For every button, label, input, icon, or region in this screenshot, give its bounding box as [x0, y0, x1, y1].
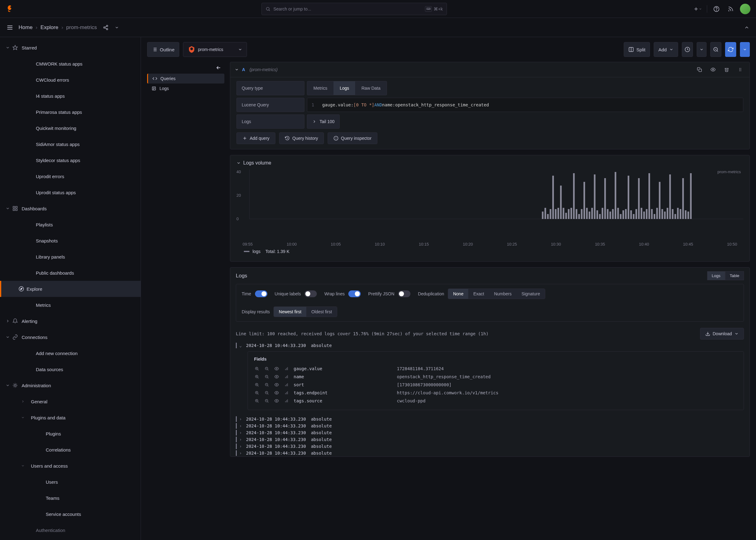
menu-button[interactable]	[4, 22, 16, 33]
split-button[interactable]: Split	[624, 42, 650, 57]
sidebar-administration[interactable]: Administration	[0, 377, 141, 393]
outline-button[interactable]: Outline	[147, 42, 179, 57]
sidebar-item[interactable]: Uprodit errors	[0, 168, 141, 184]
lucene-editor[interactable]: 1 gauge.value:[0 TO *] AND name:openstac…	[307, 98, 743, 112]
timepicker-button[interactable]	[682, 42, 693, 57]
sidebar-item[interactable]: Data sources	[0, 361, 141, 377]
datasource-select[interactable]: prom-metrics	[183, 42, 247, 57]
stats-icon[interactable]	[284, 398, 289, 404]
breadcrumb-explore[interactable]: Explore	[41, 24, 58, 31]
zoom-in-icon[interactable]	[254, 366, 260, 371]
tab-logs[interactable]: Logs	[707, 271, 725, 280]
zoom-in-icon[interactable]	[254, 390, 260, 396]
prettify-toggle[interactable]	[398, 290, 410, 297]
refresh-dropdown[interactable]	[740, 42, 750, 57]
sidebar-alerting[interactable]: Alerting	[0, 313, 141, 329]
sidebar-item[interactable]: Correlations	[0, 442, 141, 458]
chevron-down-icon[interactable]	[112, 23, 122, 33]
stats-icon[interactable]	[284, 390, 289, 396]
add-icon[interactable]	[693, 4, 702, 14]
zoom-in-icon[interactable]	[254, 398, 260, 404]
query-type-segment[interactable]: Metrics Logs Raw Data	[307, 81, 387, 95]
grafana-logo[interactable]	[6, 5, 14, 13]
download-button[interactable]: Download	[700, 328, 744, 339]
log-row[interactable]: ›2024-10-28 10:44:33.230absolute	[230, 436, 749, 443]
chevron-down-icon[interactable]	[235, 68, 239, 72]
add-button[interactable]: Add	[654, 42, 678, 57]
back-icon[interactable]	[147, 62, 224, 73]
zoom-out-button[interactable]	[710, 42, 721, 57]
collapse-icon[interactable]	[742, 23, 752, 33]
help-icon[interactable]	[711, 4, 721, 14]
sidebar-item[interactable]: Plugins	[0, 426, 141, 442]
sidebar-item[interactable]: Primarosa status apps	[0, 104, 141, 120]
breadcrumb-home[interactable]: Home	[19, 24, 33, 31]
log-row[interactable]: ⌄2024-10-28 10:44:33.230absolute	[230, 342, 749, 349]
zoom-in-icon[interactable]	[254, 382, 260, 387]
query-inspector-button[interactable]: Query inspector	[328, 132, 378, 144]
tail-button[interactable]: Tail 100	[307, 114, 340, 129]
wrap-toggle[interactable]	[348, 290, 361, 297]
eye-icon[interactable]	[274, 390, 279, 396]
logs-volume-header[interactable]: Logs volume	[237, 160, 743, 166]
eye-icon[interactable]	[274, 366, 279, 371]
zoom-out-icon[interactable]	[264, 366, 270, 371]
sidebar-dashboards[interactable]: Dashboards	[0, 201, 141, 216]
stats-icon[interactable]	[284, 382, 289, 387]
sidebar-item[interactable]: SidiAmor status apps	[0, 136, 141, 152]
stats-icon[interactable]	[284, 374, 289, 379]
zoom-in-icon[interactable]	[254, 374, 260, 379]
tab-table[interactable]: Table	[725, 271, 744, 280]
share-icon[interactable]	[101, 23, 111, 33]
eye-icon[interactable]	[274, 374, 279, 379]
sidebar-connections[interactable]: Connections	[0, 329, 141, 345]
trash-icon[interactable]	[722, 65, 732, 74]
add-query-button[interactable]: Add query	[237, 132, 275, 144]
sidebar-item[interactable]: Teams	[0, 490, 141, 506]
stats-icon[interactable]	[284, 366, 289, 371]
drag-icon[interactable]	[735, 65, 745, 74]
zoom-out-icon[interactable]	[264, 398, 270, 404]
log-row[interactable]: ›2024-10-28 10:44:33.230absolute	[230, 416, 749, 423]
eye-icon[interactable]	[274, 398, 279, 404]
user-avatar[interactable]	[740, 4, 750, 14]
news-icon[interactable]	[726, 4, 736, 14]
query-history-button[interactable]: Query history	[279, 132, 324, 144]
log-row[interactable]: ›2024-10-28 10:44:33.230absolute	[230, 429, 749, 436]
eye-icon[interactable]	[274, 382, 279, 387]
sidebar-item[interactable]: CMWORK status apps	[0, 56, 141, 72]
sidebar-item[interactable]: Public dashboards	[0, 265, 141, 281]
sidebar-item[interactable]: Users	[0, 474, 141, 490]
sidebar-starred[interactable]: Starred	[0, 40, 141, 56]
zoom-out-icon[interactable]	[264, 390, 270, 396]
sidebar-explore[interactable]: Explore	[0, 281, 141, 297]
refresh-button[interactable]	[725, 42, 736, 57]
sidebar-item[interactable]: Library panels	[0, 249, 141, 265]
sidebar-item[interactable]: Uprodit status apps	[0, 184, 141, 201]
sidebar-item[interactable]: Playlists	[0, 216, 141, 232]
sidebar-item[interactable]: I4 status apps	[0, 88, 141, 104]
unique-toggle[interactable]	[304, 290, 317, 297]
sidebar-item[interactable]: Styldecor status apps	[0, 152, 141, 168]
sidebar-item[interactable]: General	[0, 393, 141, 409]
zoom-out-icon[interactable]	[264, 382, 270, 387]
copy-icon[interactable]	[695, 65, 704, 74]
log-row[interactable]: ›2024-10-28 10:44:33.230absolute	[230, 443, 749, 450]
sidebar-item[interactable]: Plugins and data	[0, 409, 141, 426]
search-input[interactable]: Search or jump to... ⌨ ⌘+k	[262, 3, 447, 15]
time-toggle[interactable]	[255, 290, 268, 297]
sidebar-item[interactable]: Service accounts	[0, 506, 141, 522]
sidebar-item[interactable]: Add new connection	[0, 345, 141, 361]
timepicker-dropdown[interactable]	[697, 42, 706, 57]
zoom-out-icon[interactable]	[264, 374, 270, 379]
eye-icon[interactable]	[708, 65, 718, 74]
log-row[interactable]: ›2024-10-28 10:44:33.230absolute	[230, 450, 749, 457]
sidebar-item[interactable]: CWCloud errors	[0, 72, 141, 88]
tree-queries[interactable]: Queries	[147, 73, 224, 83]
sidebar-item[interactable]: Users and access	[0, 458, 141, 474]
sidebar-item[interactable]: Snapshots	[0, 232, 141, 249]
sidebar-item[interactable]: Quickwit monitoring	[0, 120, 141, 136]
sidebar-item[interactable]: Metrics	[0, 297, 141, 313]
sidebar-item[interactable]: Authentication	[0, 522, 141, 538]
tree-logs[interactable]: Logs	[147, 83, 224, 93]
